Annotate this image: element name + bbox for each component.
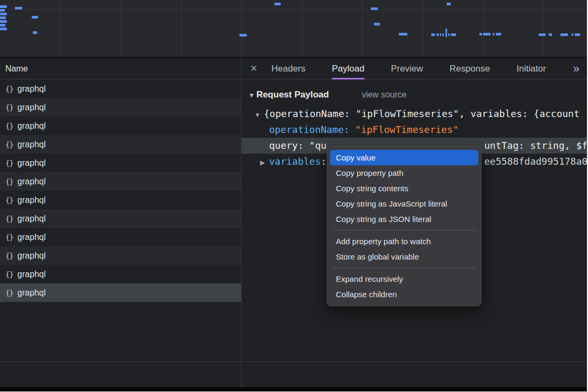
menu-item-copy-string-contents[interactable]: Copy string contents [327, 181, 481, 196]
request-timing-bar [0, 5, 7, 8]
request-name-label: graphql [17, 195, 46, 205]
section-title: Request Payload [256, 90, 329, 100]
menu-item-copy-value[interactable]: Copy value [330, 150, 478, 165]
json-braces-icon: {} [5, 289, 13, 297]
request-timing-bar [479, 33, 482, 35]
request-name-label: graphql [17, 103, 46, 112]
overview-gridline [60, 0, 61, 57]
property-key: operationName: [269, 124, 355, 135]
request-name-label: graphql [17, 270, 46, 279]
json-braces-icon: {} [5, 85, 13, 93]
property-value: "ipFlowTimeseries" [355, 124, 459, 135]
summary-text: {operationName: "ipFlowTimeseries", vari… [264, 108, 580, 119]
request-timing-bar [483, 33, 491, 35]
network-request-row[interactable]: {}graphql [0, 135, 241, 154]
network-overview[interactable] [0, 0, 587, 58]
request-timing-bar [399, 33, 407, 35]
menu-item-expand-recursively[interactable]: Expand recursively [327, 271, 481, 287]
network-request-row[interactable]: {}graphql [0, 246, 241, 265]
network-rows: {}graphql{}graphql{}graphql{}graphql{}gr… [0, 79, 241, 302]
payload-summary-row[interactable]: ▼{operationName: "ipFlowTimeseries", var… [242, 106, 587, 122]
overview-gridline [362, 0, 363, 57]
tab-headers[interactable]: Headers [271, 58, 305, 79]
overview-gridline [121, 0, 121, 57]
tab-initiator[interactable]: Initiator [516, 58, 546, 79]
clipped-value-fragment: untTag: string, $f [484, 138, 587, 154]
request-timing-bar [0, 20, 7, 23]
request-timing-bar [436, 33, 439, 36]
request-timing-bar [0, 13, 7, 15]
request-timing-bar [447, 3, 451, 5]
more-tabs-icon[interactable]: » [573, 58, 578, 79]
request-timing-bar [32, 16, 38, 19]
overview-horizontal-gridline [0, 9, 587, 10]
network-request-row[interactable]: {}graphql [0, 117, 241, 135]
menu-item-store-as-global-variable[interactable]: Store as global variable [327, 249, 481, 264]
menu-item-add-property-path-to-watch[interactable]: Add property path to watch [327, 234, 481, 249]
request-timing-bar [572, 33, 573, 36]
menu-item-collapse-children[interactable]: Collapse children [327, 287, 481, 302]
request-timing-bar [442, 33, 444, 36]
network-request-row[interactable]: {}graphql [0, 98, 241, 117]
request-timing-bar [496, 33, 501, 35]
network-request-list: Name {}graphql{}graphql{}graphql{}graphq… [0, 58, 241, 361]
network-request-row[interactable]: {}graphql [0, 191, 241, 209]
json-braces-icon: {} [5, 122, 13, 130]
menu-item-copy-string-as-json-literal[interactable]: Copy string as JSON literal [327, 211, 481, 227]
overview-gridline [544, 0, 544, 57]
request-timing-bar [371, 7, 378, 10]
menu-separator [333, 268, 476, 268]
request-timing-bar [374, 23, 380, 25]
network-request-row[interactable]: {}graphql [0, 154, 241, 172]
view-source-link[interactable]: view source [362, 90, 406, 99]
tab-strip: HeadersPayloadPreviewResponseInitiator [271, 58, 573, 79]
request-timing-bar [274, 3, 281, 5]
request-name-label: graphql [17, 177, 46, 186]
network-request-row[interactable]: {}graphql [0, 172, 241, 191]
menu-item-copy-property-path[interactable]: Copy property path [327, 165, 481, 181]
overview-gridline [242, 0, 242, 57]
name-column-header[interactable]: Name [0, 58, 241, 79]
collapse-arrow-icon[interactable]: ▼ [248, 92, 255, 99]
network-request-row[interactable]: {}graphql [0, 265, 241, 283]
menu-item-copy-string-as-javascript-literal[interactable]: Copy string as JavaScript literal [327, 196, 481, 211]
request-name-label: graphql [17, 121, 46, 131]
network-request-row[interactable]: {}graphql [0, 283, 241, 302]
context-menu: Copy valueCopy property pathCopy string … [327, 146, 482, 306]
request-timing-bar [451, 33, 456, 36]
json-braces-icon: {} [5, 233, 13, 242]
request-timing-bar [0, 9, 5, 12]
request-timing-bar [560, 33, 568, 36]
request-timing-bar [493, 33, 494, 35]
summary-bar-divider [0, 361, 587, 362]
tab-response[interactable]: Response [449, 58, 490, 79]
detail-tab-bar: ✕ HeadersPayloadPreviewResponseInitiator… [242, 58, 587, 79]
json-braces-icon: {} [5, 103, 13, 112]
tab-payload[interactable]: Payload [332, 58, 364, 79]
close-icon[interactable]: ✕ [250, 63, 257, 74]
property-colon: : [321, 156, 327, 167]
payload-row-operationname[interactable]: operationName: "ipFlowTimeseries" [242, 122, 587, 138]
overview-gridline [423, 0, 423, 57]
request-timing-bar [239, 34, 247, 37]
property-key: variables [269, 156, 321, 167]
tab-preview[interactable]: Preview [391, 58, 423, 79]
request-payload-section-header[interactable]: ▼Request Payloadview source [242, 86, 587, 103]
network-request-row[interactable]: {}graphql [0, 79, 241, 98]
request-timing-bar [448, 33, 450, 36]
request-timing-bar [33, 31, 37, 34]
request-name-label: graphql [17, 84, 46, 94]
devtools-window: Name {}graphql{}graphql{}graphql{}graphq… [0, 0, 587, 391]
request-name-label: graphql [17, 233, 46, 242]
network-request-row[interactable]: {}graphql [0, 228, 241, 246]
json-braces-icon: {} [5, 177, 13, 186]
json-braces-icon: {} [5, 140, 13, 149]
window-bottom-edge [0, 387, 587, 391]
request-timing-bar [440, 33, 441, 36]
network-request-row[interactable]: {}graphql [0, 209, 241, 228]
request-name-label: graphql [17, 140, 46, 149]
property-key: query: [269, 140, 309, 151]
expand-arrow-icon[interactable]: ▶ [260, 155, 269, 170]
panel-split-divider[interactable] [241, 58, 242, 388]
expand-arrow-icon[interactable]: ▼ [254, 107, 264, 122]
